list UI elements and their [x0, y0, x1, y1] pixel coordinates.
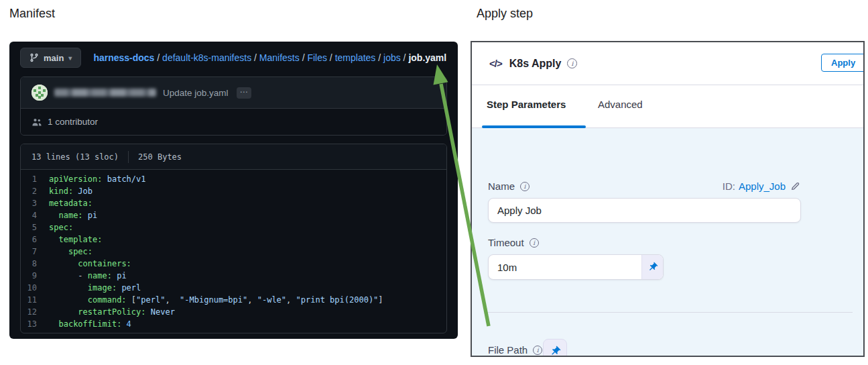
tab-advanced[interactable]: Advanced: [598, 99, 643, 110]
commit-box: Update job.yaml ⋯ 1 contributor: [20, 76, 447, 136]
contributors-row: 1 contributor: [21, 108, 446, 135]
step-id-row: ID: Apply_Job: [723, 180, 800, 192]
apply-button[interactable]: Apply: [821, 54, 865, 72]
chevron-down-icon: ▾: [68, 54, 72, 62]
breadcrumb-link[interactable]: templates: [335, 52, 376, 63]
line-number[interactable]: 4: [21, 209, 49, 221]
github-file-panel: main ▾ harness-docs / default-k8s-manife…: [9, 42, 458, 339]
line-number[interactable]: 11: [21, 294, 49, 306]
line-number[interactable]: 10: [21, 282, 49, 294]
breadcrumb-separator: /: [375, 52, 383, 63]
info-icon[interactable]: i: [530, 238, 539, 248]
timeout-input[interactable]: [489, 255, 641, 279]
code-line: 9 - name: pi: [21, 270, 446, 282]
commit-header: Update job.yaml ⋯: [21, 77, 446, 108]
k8s-apply-panel: </> K8s Apply i Apply Step Parameters Ad…: [471, 41, 865, 357]
file-path-pin-button[interactable]: [543, 339, 567, 357]
timeout-input-wrap: [488, 254, 664, 280]
line-content: containers:: [49, 258, 131, 270]
code-box: 13 lines (13 sloc) 250 Bytes 1apiVersion…: [20, 144, 447, 333]
code-line: 4 name: pi: [21, 209, 446, 221]
branch-name: main: [44, 53, 64, 63]
contributors-text[interactable]: 1 contributor: [48, 117, 98, 127]
breadcrumb-separator: /: [401, 52, 409, 63]
line-content: apiVersion: batch/v1: [49, 173, 146, 185]
code-line: 8 containers:: [21, 258, 446, 270]
line-number[interactable]: 7: [21, 246, 49, 258]
file-size-meta: 250 Bytes: [138, 152, 182, 162]
id-value-link[interactable]: Apply_Job: [739, 180, 786, 192]
code-line: 2kind: Job: [21, 185, 446, 197]
code-icon: </>: [489, 58, 502, 69]
breadcrumb-separator: /: [300, 52, 308, 63]
manifest-heading: Manifest: [9, 7, 55, 21]
name-label: Name i: [488, 180, 530, 192]
line-content: backoffLimit: 4: [49, 318, 131, 330]
info-icon[interactable]: i: [533, 346, 542, 355]
line-number[interactable]: 9: [21, 270, 49, 282]
file-path-label: File Path i: [488, 344, 542, 356]
line-number[interactable]: 1: [21, 173, 49, 185]
breadcrumb-separator: /: [327, 52, 335, 63]
people-icon: [32, 117, 42, 127]
line-number[interactable]: 2: [21, 185, 49, 197]
line-number[interactable]: 3: [21, 197, 49, 209]
commit-ellipsis-button[interactable]: ⋯: [237, 87, 251, 99]
line-number[interactable]: 12: [21, 306, 49, 318]
line-content: command: ["perl", "-Mbignum=bpi", "-wle"…: [49, 294, 383, 306]
code-line: 10 image: perl: [21, 282, 446, 294]
info-icon[interactable]: i: [520, 182, 530, 191]
line-content: metadata:: [49, 197, 92, 209]
git-branch-icon: [29, 53, 39, 62]
line-number[interactable]: 13: [21, 318, 49, 330]
line-number[interactable]: 6: [21, 233, 49, 246]
section-divider: [488, 312, 853, 313]
line-content: - name: pi: [49, 270, 127, 282]
code-meta-bar: 13 lines (13 sloc) 250 Bytes: [21, 144, 446, 170]
step-parameters-content: Name i ID: Apply_Job Timeout i: [472, 128, 863, 356]
line-number[interactable]: 8: [21, 258, 49, 270]
line-content: template:: [49, 233, 102, 246]
breadcrumb-separator: /: [154, 52, 162, 63]
step-title: K8s Apply: [509, 58, 562, 70]
code-line: 13 backoffLimit: 4: [21, 318, 446, 330]
code-line: 3metadata:: [21, 197, 446, 209]
step-tabs: Step Parameters Advanced: [472, 85, 863, 128]
commit-message[interactable]: Update job.yaml: [163, 88, 229, 98]
info-icon[interactable]: i: [567, 58, 577, 68]
step-panel-header: </> K8s Apply i: [472, 42, 863, 85]
line-number[interactable]: 5: [21, 221, 49, 233]
meta-divider: [128, 151, 129, 163]
code-line: 5spec:: [21, 221, 446, 233]
code-line: 12 restartPolicy: Never: [21, 306, 446, 318]
code-line: 7 spec:: [21, 246, 446, 258]
branch-selector[interactable]: main ▾: [20, 48, 81, 68]
breadcrumb-current-file: job.yaml: [408, 52, 446, 63]
file-lines-meta: 13 lines (13 sloc): [32, 152, 119, 162]
breadcrumb-link[interactable]: Files: [307, 52, 327, 63]
code-lines: 1apiVersion: batch/v12kind: Job3metadata…: [21, 170, 446, 330]
code-line: 1apiVersion: batch/v1: [21, 173, 446, 185]
breadcrumb-repo-link[interactable]: harness-docs: [93, 52, 154, 63]
line-content: name: pi: [49, 209, 97, 221]
name-input[interactable]: [488, 198, 801, 223]
tab-step-parameters[interactable]: Step Parameters: [487, 99, 566, 110]
id-prefix: ID:: [723, 180, 735, 192]
timeout-pin-icon[interactable]: [641, 255, 663, 279]
breadcrumb-link[interactable]: default-k8s-manifests: [162, 52, 251, 63]
avatar[interactable]: [32, 85, 48, 101]
line-content: spec:: [49, 221, 73, 233]
breadcrumb-separator: /: [251, 52, 259, 63]
breadcrumb-link[interactable]: jobs: [383, 52, 401, 63]
line-content: restartPolicy: Never: [49, 306, 175, 318]
line-content: image: perl: [49, 282, 141, 294]
breadcrumb-link[interactable]: Manifests: [259, 52, 300, 63]
redacted-author: [54, 89, 156, 97]
file-nav-row: main ▾ harness-docs / default-k8s-manife…: [20, 47, 447, 68]
edit-id-pencil-icon[interactable]: [790, 181, 800, 191]
breadcrumb: harness-docs / default-k8s-manifests / M…: [93, 52, 446, 63]
line-content: kind: Job: [49, 185, 92, 197]
code-line: 6 template:: [21, 233, 446, 246]
timeout-label: Timeout i: [488, 237, 539, 248]
code-line: 11 command: ["perl", "-Mbignum=bpi", "-w…: [21, 294, 446, 306]
